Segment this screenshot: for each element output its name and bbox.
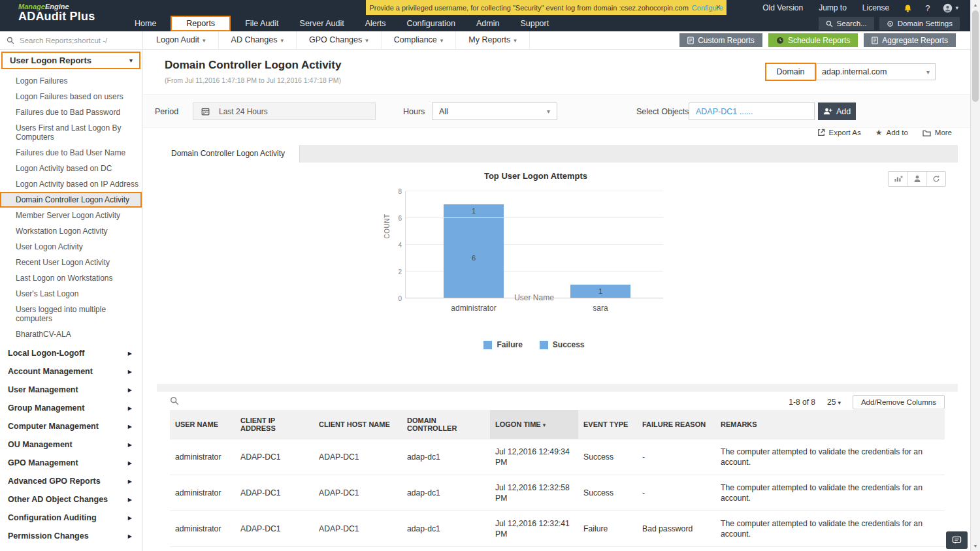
sidebar-item-logon-activity-based-on-ip-address[interactable]: Logon Activity based on IP Address [0, 176, 142, 192]
chat-button[interactable] [946, 531, 968, 549]
scrollbar[interactable]: ▲ ▼ [970, 0, 980, 551]
sidebar-section-ou-management[interactable]: OU Management▶ [0, 435, 142, 454]
page-size-dropdown[interactable]: 25▾ [827, 398, 841, 407]
report-search-input[interactable] [20, 37, 131, 44]
banner-close-icon[interactable]: × [715, 2, 721, 12]
table-row[interactable]: administratorADAP-DC1ADAP-DC1adap-dc1Jul… [170, 511, 945, 546]
sidebar-section-dns-changes[interactable]: DNS Changes▶ [0, 545, 142, 551]
add-to-button[interactable]: ★ Add to [875, 128, 908, 137]
sidebar-section-group-management[interactable]: Group Management▶ [0, 399, 142, 417]
table-row[interactable]: administratorADAP-DC1ADAP-DC1adap-dc1Jul… [170, 439, 945, 475]
scroll-down-icon[interactable]: ▼ [971, 544, 980, 548]
column-header-event-type[interactable]: EVENT TYPE [578, 410, 637, 439]
header-link-license[interactable]: License [855, 3, 897, 12]
bar-segment-failure[interactable]: 1 [444, 204, 504, 218]
column-header-logon-time[interactable]: LOGON TIME ▾ [490, 410, 578, 439]
sidebar-item-domain-controller-logon-activity[interactable]: Domain Controller Logon Activity [0, 192, 142, 208]
logo: ManageEngine ADAudit Plus [18, 3, 95, 24]
sidebar-section-account-management[interactable]: Account Management▶ [0, 362, 142, 381]
user-view-icon[interactable] [907, 172, 926, 186]
search-button[interactable]: Search... [819, 17, 874, 30]
y-tick-label: 2 [391, 268, 402, 276]
sidebar-item-users-logged-into-multiple-computers[interactable]: Users logged into multiple computers [0, 302, 142, 326]
column-header-failure-reason[interactable]: FAILURE REASON [637, 410, 715, 439]
nav-configuration[interactable]: Configuration [397, 16, 466, 31]
custom-reports-button[interactable]: Custom Reports [679, 33, 762, 47]
nav-file-audit[interactable]: File Audit [235, 16, 289, 31]
chevron-down-icon: ▾ [203, 37, 206, 44]
menu-compliance[interactable]: Compliance▾ [382, 31, 457, 49]
export-as-button[interactable]: Export As [817, 129, 861, 136]
table-controls: 1-8 of 8 25▾ Add/Remove Columns [789, 395, 945, 409]
star-icon: ★ [875, 128, 883, 137]
legend-success[interactable]: Success [540, 340, 585, 349]
sidebar-item-logon-activity-based-on-dc[interactable]: Logon Activity based on DC [0, 161, 142, 176]
schedule-reports-button[interactable]: Schedule Reports [768, 33, 858, 47]
sidebar-section-local-logon-logoff[interactable]: Local Logon-Logoff▶ [0, 344, 142, 362]
table-row[interactable]: administratorADAP-DC1ADAP-DC1adap-dc1Jul… [170, 475, 945, 511]
bar-segment-success[interactable]: 6 [444, 217, 504, 298]
sidebar-item-member-server-logon-activity[interactable]: Member Server Logon Activity [0, 208, 142, 223]
sidebar-item-logon-failures[interactable]: Logon Failures [0, 73, 142, 89]
sidebar-item-logon-failures-based-on-users[interactable]: Logon Failures based on users [0, 89, 142, 104]
sidebar-item-recent-user-logon-activity[interactable]: Recent User Logon Activity [0, 255, 142, 270]
nav-server-audit[interactable]: Server Audit [289, 16, 355, 31]
help-icon[interactable]: ? [919, 3, 936, 13]
legend-failure[interactable]: Failure [483, 340, 522, 349]
nav-reports[interactable]: Reports [171, 16, 231, 31]
add-remove-columns-button[interactable]: Add/Remove Columns [853, 395, 945, 409]
tab-domain-controller-logon-activity[interactable]: Domain Controller Logon Activity [157, 145, 300, 163]
period-input[interactable]: Last 24 Hours [193, 102, 376, 120]
notification-icon[interactable] [897, 4, 919, 12]
table-search-icon[interactable] [170, 396, 179, 408]
domain-select[interactable]: adap.internal.com ▾ [816, 63, 936, 80]
sidebar-section-configuration-auditing[interactable]: Configuration Auditing▶ [0, 509, 142, 527]
scroll-up-icon[interactable]: ▲ [971, 3, 980, 7]
more-button[interactable]: More [923, 129, 952, 136]
sidebar-section-gpo-management[interactable]: GPO Management▶ [0, 454, 142, 472]
menu-ad-changes[interactable]: AD Changes▾ [219, 31, 297, 49]
select-objects-input[interactable]: ADAP-DC1 ...... [689, 102, 815, 120]
chart-type-icon[interactable] [889, 172, 907, 186]
sidebar-category-dropdown[interactable]: User Logon Reports ▾ [1, 52, 140, 69]
sidebar-item-failures-due-to-bad-user-name[interactable]: Failures due to Bad User Name [0, 145, 142, 161]
header-link-old-version[interactable]: Old Version [755, 3, 811, 12]
domain-settings-button[interactable]: Domain Settings [879, 17, 960, 30]
sidebar-section-permission-changes[interactable]: Permission Changes▶ [0, 527, 142, 545]
sidebar-section-advanced-gpo-reports[interactable]: Advanced GPO Reports▶ [0, 472, 142, 490]
sidebar-item-user-s-last-logon[interactable]: User's Last Logon [0, 286, 142, 302]
aggregate-reports-button[interactable]: Aggregate Reports [864, 33, 956, 47]
sidebar-item-last-logon-on-workstations[interactable]: Last Logon on Workstations [0, 270, 142, 286]
nav-admin[interactable]: Admin [466, 16, 510, 31]
sidebar-item-users-first-and-last-logon-by-computers[interactable]: Users First and Last Logon By Computers [0, 120, 142, 145]
column-header-client-ip-address[interactable]: CLIENT IP ADDRESS [235, 410, 314, 439]
sidebar-item-workstation-logon-activity[interactable]: Workstation Logon Activity [0, 223, 142, 239]
nav-alerts[interactable]: Alerts [355, 16, 397, 31]
header-link-jump-to[interactable]: Jump to [811, 3, 855, 12]
report-search-box[interactable] [0, 31, 143, 49]
add-button[interactable]: Add [818, 102, 856, 120]
chevron-right-icon: ▶ [128, 442, 132, 448]
menu-logon-audit[interactable]: Logon Audit▾ [144, 31, 219, 49]
sidebar-section-other-ad-object-changes[interactable]: Other AD Object Changes▶ [0, 490, 142, 509]
menu-gpo-changes[interactable]: GPO Changes▾ [297, 31, 382, 49]
menu-my-reports[interactable]: My Reports▾ [456, 31, 529, 49]
sidebar-item-user-logon-activity[interactable]: User Logon Activity [0, 239, 142, 255]
column-header-remarks[interactable]: REMARKS [715, 410, 945, 439]
page: ManageEngine ADAudit Plus Provide a priv… [0, 0, 980, 551]
sidebar-section-computer-management[interactable]: Computer Management▶ [0, 417, 142, 435]
scrollbar-thumb[interactable] [972, 10, 979, 102]
table-cell: Jul 12,2016 12:32:41 PM [490, 511, 578, 546]
nav-home[interactable]: Home [124, 16, 167, 31]
user-menu[interactable]: ▾ [936, 3, 961, 13]
column-header-domain-controller[interactable]: DOMAIN CONTROLLER [402, 410, 490, 439]
sidebar-section-user-management[interactable]: User Management▶ [0, 381, 142, 399]
nav-support[interactable]: Support [510, 16, 559, 31]
column-header-client-host-name[interactable]: CLIENT HOST NAME [314, 410, 402, 439]
refresh-icon[interactable] [926, 172, 945, 186]
bar-value-label: 6 [444, 254, 504, 262]
sidebar-item-bharathcv-ala[interactable]: BharathCV-ALA [0, 326, 142, 342]
hours-select[interactable]: All ▾ [432, 102, 557, 120]
sidebar-item-failures-due-to-bad-password[interactable]: Failures due to Bad Password [0, 104, 142, 120]
column-header-user-name[interactable]: USER NAME [170, 410, 235, 439]
